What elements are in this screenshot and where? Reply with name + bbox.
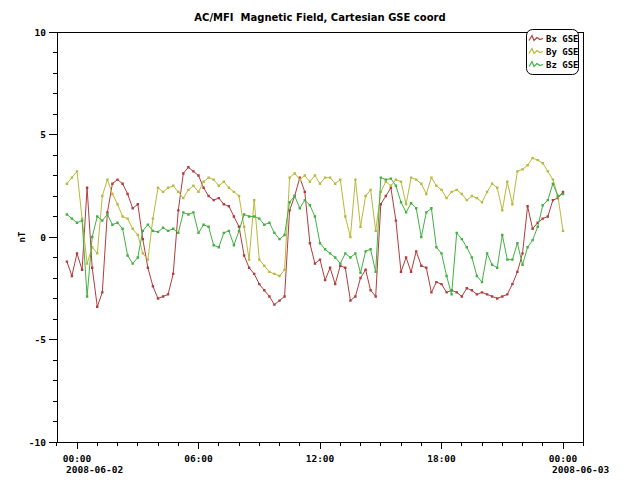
x-date-label: 2008-06-03 [552, 464, 609, 475]
y-tick-label: 10 [35, 27, 47, 38]
y-tick-label: 5 [40, 129, 46, 140]
legend-label: Bz GSE [546, 60, 579, 70]
chart-canvas: AC/MFI Magnetic Field, Cartesian GSE coo… [0, 0, 640, 480]
plot-border [57, 32, 583, 442]
legend: Bx GSEBy GSEBz GSE [527, 30, 579, 75]
x-tick-label: 18:00 [427, 453, 456, 464]
y-axis: 1050-5-10 [29, 27, 57, 448]
series-lines [66, 157, 565, 308]
magnetic-field-chart: AC/MFI Magnetic Field, Cartesian GSE coo… [0, 0, 640, 480]
x-tick-label: 12:00 [306, 453, 335, 464]
x-tick-label: 00:00 [63, 453, 92, 464]
y-tick-label: 0 [40, 232, 46, 243]
x-tick-label: 06:00 [184, 453, 213, 464]
y-tick-label: -10 [29, 437, 46, 448]
series-markers-bz [66, 176, 565, 297]
chart-title: AC/MFI Magnetic Field, Cartesian GSE coo… [194, 12, 445, 23]
y-axis-unit-label: nT [17, 231, 27, 242]
x-axis: 00:002008-06-0206:0012:0018:0000:002008-… [57, 442, 610, 475]
series-line-bz [67, 178, 563, 297]
legend-label: Bx GSE [546, 34, 579, 44]
plot-frame [57, 32, 583, 442]
x-date-label: 2008-06-02 [66, 464, 123, 475]
y-tick-label: -5 [35, 334, 47, 345]
legend-label: By GSE [546, 47, 579, 57]
x-tick-label: 00:00 [549, 453, 578, 464]
